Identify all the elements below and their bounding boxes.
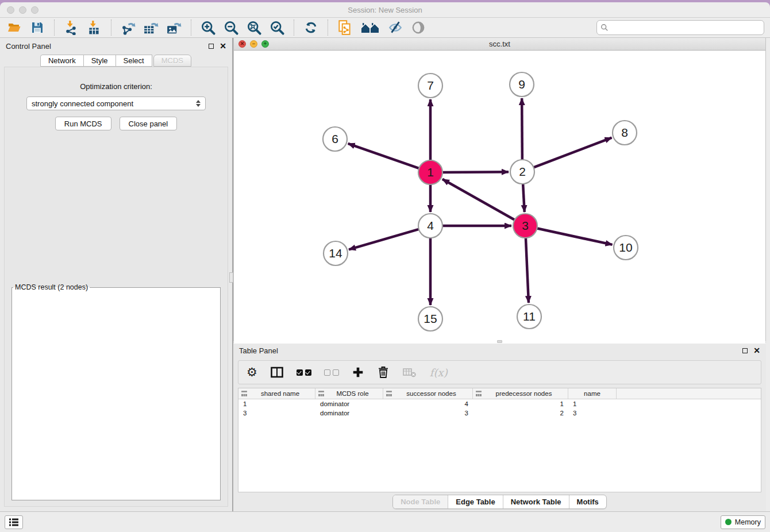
- graph-edge-2-3[interactable]: [523, 183, 525, 212]
- clone-network-button[interactable]: [336, 19, 353, 36]
- table-cell[interactable]: 4: [383, 400, 473, 407]
- open-session-button[interactable]: [6, 19, 23, 36]
- panel-columns-icon[interactable]: [270, 364, 284, 381]
- eye-slash-icon: [387, 20, 403, 35]
- right-column: scc.txt ✕ − + 1234678910111415 Table Pan…: [233, 38, 770, 511]
- tab-mcds[interactable]: MCDS: [153, 55, 191, 67]
- zoom-out-button[interactable]: [222, 19, 240, 36]
- import-network-button[interactable]: [63, 19, 80, 36]
- import-table-button[interactable]: [86, 19, 103, 36]
- mcds-result-title: MCDS result (2 nodes): [13, 283, 90, 291]
- graph-edge-3-10[interactable]: [536, 228, 613, 245]
- panel-divider-grip[interactable]: [229, 272, 233, 283]
- graph-edge-1-2[interactable]: [441, 172, 509, 172]
- zoom-fit-button[interactable]: [245, 19, 263, 36]
- network-maximize-button[interactable]: +: [261, 40, 269, 48]
- run-mcds-button[interactable]: Run MCDS: [55, 117, 111, 130]
- main-area: Control Panel ✕ Network Style Select MCD…: [0, 38, 770, 511]
- column-header-name[interactable]: name: [568, 388, 617, 399]
- gray-eye-icon: [410, 20, 426, 35]
- graph-edge-3-11[interactable]: [526, 237, 529, 303]
- column-header-shared-name[interactable]: shared name: [238, 388, 315, 399]
- memory-button[interactable]: Memory: [721, 515, 765, 529]
- optimization-criterion-label: Optimization criterion:: [11, 82, 221, 91]
- export-image-icon: [166, 20, 182, 35]
- table-cell[interactable]: 3: [383, 410, 473, 417]
- app-window: Session: New Session: [0, 0, 770, 532]
- export-table-button[interactable]: [143, 19, 160, 36]
- import-table-icon: [87, 20, 102, 35]
- table-cell[interactable]: 1: [238, 400, 315, 407]
- close-table-panel-icon[interactable]: ✕: [753, 346, 760, 354]
- table-row[interactable]: 3dominator323: [238, 408, 761, 418]
- add-column-icon[interactable]: [352, 364, 364, 381]
- network-close-button[interactable]: ✕: [238, 40, 246, 48]
- graph-edge-1-6[interactable]: [348, 144, 420, 169]
- graph-node-label-10: 10: [619, 241, 632, 254]
- table-cell[interactable]: 3: [238, 410, 315, 417]
- graph-node-label-4: 4: [427, 219, 434, 232]
- canvas-resize-handle[interactable]: [497, 340, 502, 343]
- search-icon: [600, 24, 609, 32]
- column-header-mcds-role[interactable]: MCDS role: [315, 388, 383, 399]
- network-canvas[interactable]: 1234678910111415: [234, 51, 765, 344]
- node-table: shared name MCDS role successor nodes: [238, 388, 761, 492]
- select-stepper-icon: [196, 100, 201, 107]
- float-panel-icon[interactable]: [209, 44, 214, 49]
- memory-status-dot: [725, 519, 732, 525]
- table-panel: Table Panel ✕ ⚙: [233, 342, 766, 511]
- tab-node-table[interactable]: Node Table: [393, 495, 448, 508]
- plus-icon: [352, 366, 364, 379]
- column-header-successor-nodes[interactable]: successor nodes: [383, 388, 473, 399]
- hide-graphics-details-button[interactable]: [387, 19, 404, 36]
- search-input[interactable]: [611, 24, 760, 32]
- tab-network[interactable]: Network: [40, 55, 84, 67]
- zoom-in-button[interactable]: [199, 19, 217, 36]
- network-minimize-button[interactable]: −: [250, 40, 257, 48]
- graph-edge-4-14[interactable]: [349, 229, 420, 249]
- table-cell[interactable]: dominator: [315, 400, 383, 407]
- select-all-icon[interactable]: [297, 364, 311, 381]
- tab-edge-table[interactable]: Edge Table: [448, 495, 502, 508]
- table-cell[interactable]: 1: [568, 400, 617, 407]
- trash-icon: [377, 365, 390, 379]
- save-floppy-icon: [30, 21, 44, 34]
- export-table-icon: [143, 20, 159, 35]
- table-row[interactable]: 1dominator411: [238, 399, 761, 408]
- mcds-result-text[interactable]: 13: [13, 291, 213, 292]
- task-history-button[interactable]: [5, 515, 23, 529]
- column-header-predecessor-nodes[interactable]: predecessor nodes: [473, 388, 568, 399]
- network-window-controls: ✕ − +: [238, 40, 269, 48]
- table-cell[interactable]: 3: [568, 410, 617, 417]
- checked-box-icon: [305, 369, 311, 376]
- save-session-button[interactable]: [29, 19, 46, 36]
- export-image-button[interactable]: [165, 19, 183, 36]
- refresh-icon: [303, 20, 318, 35]
- refresh-view-button[interactable]: [302, 19, 319, 36]
- table-options-gear-icon[interactable]: ⚙: [247, 364, 257, 381]
- titlebar: Session: New Session: [0, 2, 770, 18]
- control-panel-header: Control Panel ✕: [0, 38, 232, 54]
- table-cell[interactable]: 2: [473, 410, 568, 417]
- birds-eye-view-button[interactable]: [410, 19, 427, 36]
- graph-node-label-1: 1: [427, 165, 434, 179]
- tab-select[interactable]: Select: [116, 55, 152, 67]
- export-network-button[interactable]: [120, 19, 137, 36]
- float-table-panel-icon[interactable]: [742, 348, 748, 353]
- graph-edge-2-8[interactable]: [533, 138, 612, 168]
- close-panel-icon[interactable]: ✕: [220, 42, 226, 50]
- delete-column-icon[interactable]: [377, 364, 390, 381]
- zoom-selected-button[interactable]: [268, 19, 286, 36]
- graph-edge-3-1[interactable]: [442, 179, 516, 221]
- graph-edge-2-9[interactable]: [522, 98, 522, 161]
- show-all-networks-button[interactable]: [359, 19, 381, 36]
- table-cell[interactable]: 1: [473, 400, 568, 407]
- close-panel-button[interactable]: Close panel: [120, 117, 178, 130]
- network-window-titlebar[interactable]: scc.txt ✕ − +: [234, 38, 765, 51]
- tab-network-table[interactable]: Network Table: [503, 495, 569, 508]
- tab-motifs[interactable]: Motifs: [569, 495, 606, 508]
- criterion-select[interactable]: strongly connected component: [26, 97, 206, 110]
- deselect-all-icon[interactable]: [324, 364, 339, 381]
- table-cell[interactable]: dominator: [315, 410, 383, 417]
- tab-style[interactable]: Style: [83, 55, 116, 67]
